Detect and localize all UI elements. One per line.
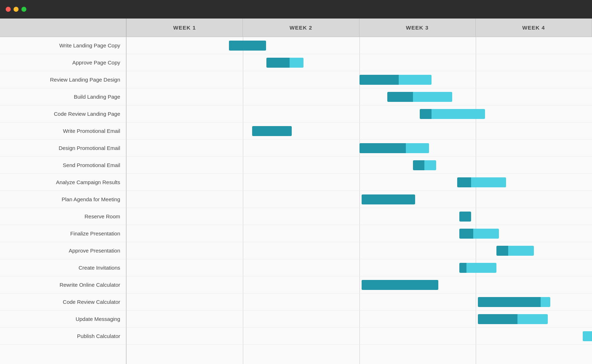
- gantt-bar-12: [496, 246, 534, 256]
- gantt-row-7: [127, 157, 592, 174]
- gantt-bar-1: [266, 58, 303, 68]
- bar-dark-15: [478, 297, 541, 307]
- task-label-4: Code Review Landing Page: [0, 105, 126, 123]
- gantt-bar-5: [252, 126, 292, 136]
- task-labels: Write Landing Page CopyApprove Page Copy…: [0, 37, 127, 364]
- gantt-row-12: [127, 242, 592, 259]
- gantt-bar-8: [457, 177, 506, 187]
- bar-light-6: [406, 143, 429, 153]
- gantt-bar-13: [459, 263, 496, 273]
- bar-dark-2: [359, 75, 399, 85]
- task-label-10: Reserve Room: [0, 208, 126, 225]
- gantt-row-5: [127, 123, 592, 140]
- bar-dark-1: [266, 58, 290, 68]
- bar-light-13: [466, 263, 497, 273]
- bar-dark-14: [362, 280, 438, 290]
- bar-dark-4: [420, 109, 432, 119]
- gantt-row-6: [127, 140, 592, 157]
- gantt-row-11: [127, 225, 592, 242]
- gantt-bar-4: [420, 109, 485, 119]
- week-header-2: WEEK 2: [243, 19, 359, 37]
- traffic-light-red[interactable]: [6, 7, 11, 12]
- bar-light-2: [399, 75, 431, 85]
- gantt-bar-2: [359, 75, 432, 85]
- week-header-4: WEEK 4: [476, 19, 592, 37]
- gantt-row-17: [127, 328, 592, 345]
- bar-dark-7: [413, 160, 425, 170]
- gantt-row-0: [127, 37, 592, 54]
- week-header-1: WEEK 1: [127, 19, 243, 37]
- bar-light-15: [541, 297, 550, 307]
- task-label-2: Review Landing Page Design: [0, 71, 126, 88]
- traffic-light-yellow[interactable]: [14, 7, 19, 12]
- main-content: WEEK 1WEEK 2WEEK 3WEEK 4 Write Landing P…: [0, 19, 592, 364]
- bar-dark-12: [496, 246, 508, 256]
- task-label-9: Plan Agenda for Meeting: [0, 191, 126, 208]
- task-label-16: Update Messaging: [0, 311, 126, 328]
- gantt-bar-11: [459, 229, 499, 239]
- bar-light-1: [290, 58, 303, 68]
- week-header-3: WEEK 3: [359, 19, 476, 37]
- bar-light-7: [424, 160, 436, 170]
- gantt-bar-0: [229, 41, 266, 51]
- gantt-rows: [127, 37, 592, 345]
- title-bar: [0, 0, 592, 19]
- gantt-bar-17: [583, 331, 592, 341]
- bar-dark-5: [252, 126, 292, 136]
- week-headers: WEEK 1WEEK 2WEEK 3WEEK 4: [127, 19, 592, 37]
- gantt-bar-14: [362, 280, 438, 290]
- gantt-bar-16: [478, 314, 548, 324]
- gantt-bar-6: [359, 143, 429, 153]
- bar-dark-3: [387, 92, 413, 102]
- gantt-row-16: [127, 311, 592, 328]
- task-label-11: Finalize Presentation: [0, 225, 126, 242]
- gantt-body: Write Landing Page CopyApprove Page Copy…: [0, 37, 592, 364]
- task-label-17: Publish Calculator: [0, 328, 126, 345]
- gantt-row-15: [127, 293, 592, 311]
- bar-dark-6: [359, 143, 406, 153]
- bar-dark-9: [362, 194, 415, 204]
- bar-light-3: [413, 92, 453, 102]
- task-label-12: Approve Presentation: [0, 242, 126, 259]
- task-label-0: Write Landing Page Copy: [0, 37, 126, 54]
- gantt-bar-10: [459, 212, 471, 222]
- bar-light-17: [583, 331, 592, 341]
- bar-dark-13: [459, 263, 466, 273]
- task-label-7: Send Promotional Email: [0, 157, 126, 174]
- gantt-row-9: [127, 191, 592, 208]
- task-label-14: Rewrite Online Calculator: [0, 276, 126, 293]
- bar-light-11: [473, 229, 499, 239]
- gantt-bar-9: [362, 194, 415, 204]
- bar-dark-8: [457, 177, 471, 187]
- bar-light-8: [471, 177, 506, 187]
- bar-light-16: [517, 314, 548, 324]
- bar-dark-10: [459, 212, 471, 222]
- gantt-bar-15: [478, 297, 550, 307]
- gantt-row-3: [127, 88, 592, 105]
- header-row: WEEK 1WEEK 2WEEK 3WEEK 4: [0, 19, 592, 37]
- gantt-row-8: [127, 174, 592, 191]
- gantt-bar-7: [413, 160, 436, 170]
- bar-dark-0: [229, 41, 266, 51]
- task-label-3: Build Landing Page: [0, 88, 126, 105]
- task-label-6: Design Promotional Email: [0, 140, 126, 157]
- gantt-row-2: [127, 71, 592, 88]
- traffic-light-green[interactable]: [21, 7, 26, 12]
- gantt-chart: [127, 37, 592, 364]
- bar-dark-11: [459, 229, 473, 239]
- task-label-header: [0, 19, 127, 37]
- gantt-row-4: [127, 105, 592, 123]
- gantt-row-13: [127, 259, 592, 276]
- bar-light-12: [508, 246, 534, 256]
- task-label-13: Create Invitations: [0, 259, 126, 276]
- gantt-row-10: [127, 208, 592, 225]
- task-label-1: Approve Page Copy: [0, 54, 126, 71]
- gantt-row-14: [127, 276, 592, 293]
- task-label-15: Code Review Calculator: [0, 293, 126, 311]
- task-label-5: Write Promotional Email: [0, 123, 126, 140]
- gantt-row-1: [127, 54, 592, 71]
- bar-light-4: [432, 109, 485, 119]
- task-label-8: Analyze Campaign Results: [0, 174, 126, 191]
- gantt-bar-3: [387, 92, 453, 102]
- bar-dark-16: [478, 314, 517, 324]
